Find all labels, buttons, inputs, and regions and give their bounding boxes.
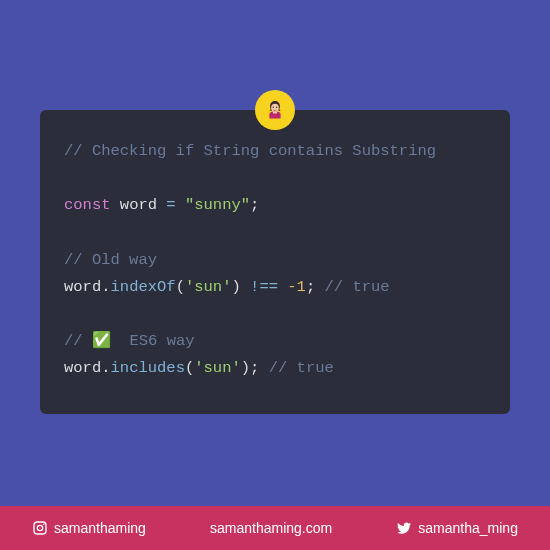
twitter-label: samantha_ming (418, 520, 518, 536)
old-way-comment: // Old way (64, 251, 157, 269)
instagram-icon (32, 520, 48, 536)
svg-point-5 (43, 524, 45, 526)
instagram-label: samanthaming (54, 520, 146, 536)
avatar (255, 90, 295, 130)
twitter-link[interactable]: samantha_ming (396, 520, 518, 536)
avatar-icon (261, 96, 289, 124)
twitter-icon (396, 520, 412, 536)
svg-point-2 (276, 107, 277, 108)
website-link[interactable]: samanthaming.com (210, 520, 332, 536)
instagram-link[interactable]: samanthaming (32, 520, 146, 536)
includes-line: word.includes('sun'); // true (64, 355, 486, 382)
svg-point-4 (37, 525, 42, 530)
indexof-line: word.indexOf('sun') !== -1; // true (64, 274, 486, 301)
website-label: samanthaming.com (210, 520, 332, 536)
const-line: const word = "sunny"; (64, 192, 486, 219)
title-comment: // Checking if String contains Substring (64, 142, 436, 160)
es6-comment: // ✅ ES6 way (64, 332, 195, 350)
footer: samanthaming samanthaming.com samantha_m… (0, 506, 550, 550)
code-block: // Checking if String contains Substring… (40, 110, 510, 414)
svg-point-1 (273, 107, 274, 108)
